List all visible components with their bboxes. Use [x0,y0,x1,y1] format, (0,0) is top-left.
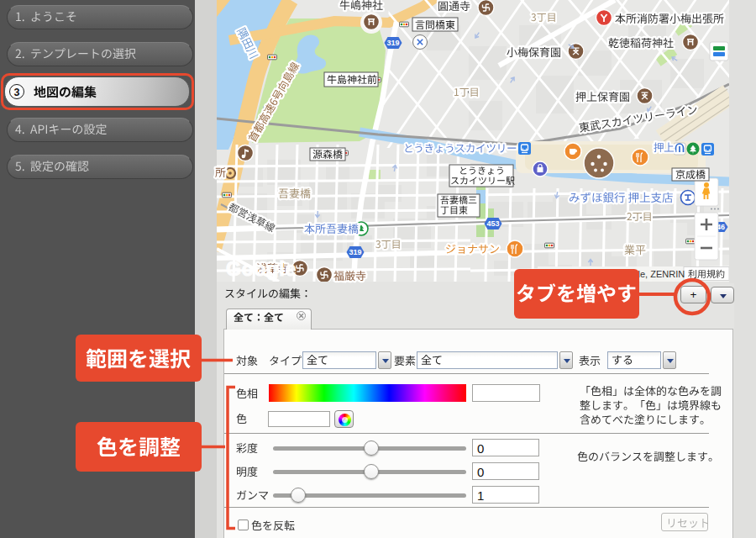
svg-text:319: 319 [386,39,399,47]
svg-text:319: 319 [349,248,361,256]
svg-text:453: 453 [486,219,499,228]
